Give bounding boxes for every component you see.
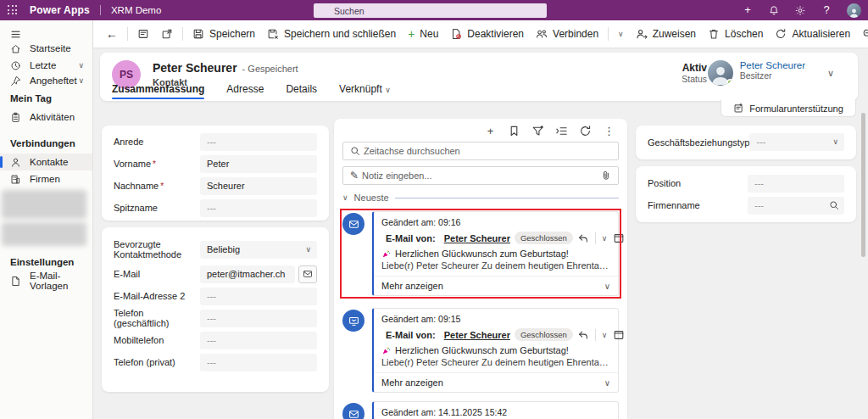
firmenname-lookup[interactable]: --- bbox=[748, 197, 844, 215]
divider bbox=[608, 27, 609, 41]
back-button[interactable]: ← bbox=[100, 24, 124, 44]
vorname-input[interactable]: Peter bbox=[200, 155, 317, 173]
note-input[interactable] bbox=[359, 170, 601, 181]
send-email-button[interactable] bbox=[298, 265, 317, 283]
show-more-button[interactable]: Mehr anzeigen ∨ bbox=[374, 372, 618, 392]
collapse-chevron-icon[interactable]: ∨ bbox=[342, 193, 348, 202]
waffle-menu-icon[interactable] bbox=[8, 5, 18, 15]
save-and-close-button[interactable]: Speichern und schließen bbox=[261, 25, 402, 43]
position-input[interactable]: --- bbox=[748, 175, 844, 193]
vertical-scrollbar[interactable] bbox=[861, 113, 865, 257]
divider bbox=[127, 27, 128, 41]
deactivate-button[interactable]: Deaktivieren bbox=[444, 25, 530, 43]
timeline-group-header: ∨ Neueste bbox=[342, 193, 619, 203]
required-asterisk: * bbox=[160, 182, 164, 191]
timeline-entry: Geändert am: 09:15 E-Mail von: Peter Sch… bbox=[342, 308, 619, 393]
clock-icon bbox=[10, 60, 21, 71]
owner-name-link[interactable]: Peter Scheurer bbox=[740, 60, 805, 70]
email-subject: Herzlichen Glückwunsch zum Geburtstag! bbox=[381, 345, 610, 355]
mobiltelefon-input[interactable]: --- bbox=[200, 332, 317, 349]
open-in-new-window-button[interactable] bbox=[155, 25, 179, 43]
dropdown-value: --- bbox=[756, 137, 765, 147]
envelope-icon bbox=[303, 269, 313, 279]
timeline-refresh-icon[interactable] bbox=[579, 125, 592, 137]
sidebar-item-pinned[interactable]: Angeheftet ∨ bbox=[0, 72, 92, 89]
contact-link[interactable]: Peter Scheurer bbox=[444, 330, 510, 340]
connect-button[interactable]: Verbinden bbox=[530, 25, 604, 43]
status-field: Aktiv Status bbox=[682, 62, 707, 84]
subject-text: Herzlichen Glückwunsch zum Geburtstag! bbox=[395, 345, 569, 355]
expand-records-icon[interactable] bbox=[555, 125, 568, 137]
sidebar-item-recent[interactable]: Letzte ∨ bbox=[0, 57, 92, 74]
email2-input[interactable]: --- bbox=[200, 288, 317, 305]
new-button[interactable]: + Neu bbox=[402, 25, 444, 43]
notifications-bell-icon[interactable] bbox=[768, 5, 780, 16]
reply-icon[interactable] bbox=[577, 329, 589, 341]
telefon-privat-input[interactable]: --- bbox=[200, 354, 317, 372]
contact-link[interactable]: Peter Scheurer bbox=[444, 233, 510, 243]
field-label: Telefon (privat) bbox=[114, 357, 200, 367]
global-search-input[interactable] bbox=[314, 3, 547, 18]
form-switcher-button[interactable] bbox=[131, 25, 155, 43]
spitzname-input[interactable]: --- bbox=[200, 199, 317, 217]
nachname-input[interactable]: Scheurer bbox=[200, 177, 317, 195]
add-icon[interactable]: + bbox=[742, 0, 754, 20]
sidebar-item-email-templates[interactable]: E-Mail-Vorlagen bbox=[0, 272, 92, 289]
sidebar-item-home[interactable]: Startseite bbox=[0, 40, 92, 57]
field-label: Anrede bbox=[114, 137, 200, 147]
status-value: Aktiv bbox=[682, 62, 707, 74]
timeline-entry-card[interactable]: Geändert am: 09:15 E-Mail von: Peter Sch… bbox=[372, 308, 619, 393]
delete-button[interactable]: Löschen bbox=[702, 25, 769, 43]
bookmark-icon[interactable] bbox=[508, 125, 520, 137]
sidebar-item-activities[interactable]: Aktivitäten bbox=[0, 109, 92, 126]
timeline-add-button[interactable]: + bbox=[484, 125, 497, 137]
sidebar-item-companies[interactable]: Firmen bbox=[0, 170, 92, 187]
open-record-icon[interactable] bbox=[613, 329, 625, 341]
field-label: Position bbox=[648, 178, 748, 188]
settings-gear-icon[interactable] bbox=[794, 5, 806, 16]
kontaktmethode-dropdown[interactable]: Beliebig∨ bbox=[200, 241, 317, 259]
owner-field[interactable]: Peter Scheurer Besitzer bbox=[708, 60, 805, 86]
chevron-down-icon[interactable]: ∨ bbox=[602, 331, 608, 339]
user-avatar[interactable] bbox=[847, 3, 861, 18]
save-button[interactable]: Speichern bbox=[186, 25, 261, 43]
open-record-icon[interactable] bbox=[613, 232, 625, 244]
tab-adresse[interactable]: Adresse bbox=[226, 83, 264, 101]
geschaeftsbeziehungstyp-dropdown[interactable]: ---∨ bbox=[749, 133, 844, 151]
timeline-more-icon[interactable]: ⋮ bbox=[603, 125, 615, 137]
timeline-entry-card[interactable]: Geändert am: 09:16 E-Mail von: Peter Sch… bbox=[372, 211, 619, 296]
help-icon[interactable]: ? bbox=[821, 0, 832, 20]
email-input[interactable]: peter@itmacher.ch bbox=[200, 265, 295, 283]
form-assist-button[interactable]: Formularunterstützung bbox=[721, 100, 856, 117]
label-text: Vorname bbox=[114, 159, 151, 169]
filter-funnel-icon[interactable] bbox=[531, 125, 544, 137]
check-access-button[interactable]: Zugriff prüfen bbox=[856, 25, 868, 43]
tab-label: Verknüpft bbox=[339, 83, 382, 95]
timeline-entry-card[interactable]: Geändert am: 14.11.2025 15:42 E-Mail von… bbox=[372, 401, 619, 419]
header-expand-chevron[interactable]: ∨ bbox=[827, 68, 834, 79]
paperclip-icon[interactable] bbox=[601, 170, 611, 181]
sidebar-item-contacts[interactable]: Kontakte bbox=[0, 154, 92, 170]
chevron-down-icon: ∨ bbox=[385, 86, 391, 94]
field-spitzname: Spitzname --- bbox=[112, 197, 319, 219]
tab-verknuepft[interactable]: Verknüpft ∨ bbox=[339, 83, 391, 101]
reply-icon[interactable] bbox=[577, 232, 589, 244]
chevron-down-icon[interactable]: ∨ bbox=[78, 76, 84, 85]
presence-indicator bbox=[726, 79, 733, 86]
connect-dropdown[interactable]: ∨ bbox=[612, 26, 630, 42]
company-card: Position --- Firmenname --- bbox=[636, 166, 856, 222]
field-label: Vorname* bbox=[114, 159, 200, 170]
chevron-down-icon[interactable]: ∨ bbox=[78, 61, 84, 70]
chevron-down-icon[interactable]: ∨ bbox=[602, 234, 608, 243]
refresh-button[interactable]: Aktualisieren bbox=[769, 25, 856, 43]
show-more-button[interactable]: Mehr anzeigen ∨ bbox=[374, 276, 618, 295]
field-kontaktmethode: Bevorzugte Kontaktmethode Beliebig∨ bbox=[112, 236, 319, 263]
tab-zusammenfassung[interactable]: Zusammenfassung bbox=[112, 83, 204, 101]
anrede-input[interactable]: --- bbox=[200, 133, 317, 151]
timeline-search-input[interactable] bbox=[360, 146, 618, 156]
email-body-preview: Liebe(r) Peter Scheurer Zu deinem heutig… bbox=[381, 357, 610, 367]
field-geschaeftsbeziehungstyp: Geschäftsbeziehungstyp ---∨ bbox=[646, 133, 846, 151]
telefon-geschaeftlich-input[interactable]: --- bbox=[200, 310, 317, 327]
assign-button[interactable]: Zuweisen bbox=[630, 25, 702, 43]
tab-details[interactable]: Details bbox=[286, 83, 317, 101]
